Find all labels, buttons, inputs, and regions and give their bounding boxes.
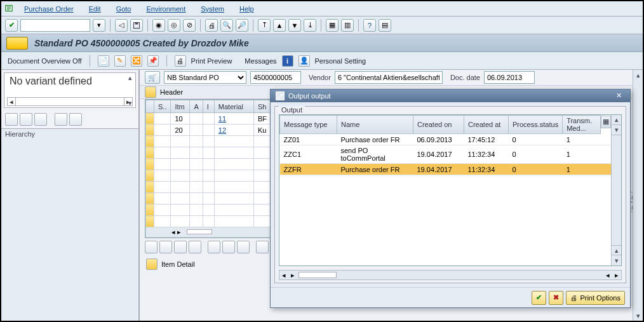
po-type-select[interactable]: NB Standard PO (164, 71, 246, 84)
enter-button[interactable]: ✔ (5, 19, 18, 32)
variant-sidebar-down[interactable]: ▾ (128, 99, 132, 107)
table-row[interactable]: 2012Ku (146, 124, 271, 136)
col-sh[interactable]: Sh (253, 100, 271, 113)
scroll-down-icon[interactable]: ▾ (633, 311, 643, 321)
table-row[interactable]: 1011BF (146, 113, 271, 124)
popup-cancel-button[interactable]: ✖ (549, 291, 563, 305)
header-expand-icon[interactable] (145, 86, 156, 98)
hold-icon[interactable]: 📌 (147, 55, 159, 67)
ov-ic-2[interactable] (20, 113, 32, 126)
output-row[interactable]: ZZ01Purchase order FR06.09.201317:45:120… (280, 134, 612, 145)
col-itm[interactable]: Itm (171, 100, 190, 113)
table-row-empty[interactable] (146, 159, 271, 170)
print-preview-button[interactable]: Print Preview (191, 57, 232, 65)
table-row-empty[interactable] (146, 216, 271, 227)
table-row-empty[interactable] (146, 193, 271, 205)
pcol-transm[interactable]: Transm. Med... (563, 116, 601, 134)
menu-goto[interactable]: Goto (116, 5, 131, 13)
print-preview-icon[interactable]: 🖨 (175, 55, 186, 67)
help-icon[interactable]: ? (363, 19, 376, 32)
print-icon[interactable]: 🖨 (205, 19, 218, 32)
prev-page-icon[interactable]: ▲ (273, 19, 286, 32)
ov-ic-5[interactable] (69, 113, 82, 126)
output-row[interactable]: ZZC1send PO toCommPortal19.04.201711:32:… (280, 145, 612, 164)
pcol-msgtype[interactable]: Message type (280, 116, 337, 134)
output-row[interactable]: ZZFRPurchase order FR19.04.201711:32:340… (280, 164, 612, 175)
pv-up-icon[interactable]: ▴ (612, 115, 621, 125)
it-ic-1[interactable] (145, 241, 158, 253)
it-ic-2[interactable] (159, 241, 172, 253)
cancel-icon[interactable]: ⊘ (183, 19, 196, 32)
next-page-icon[interactable]: ▼ (288, 19, 301, 32)
new-session-icon[interactable]: ▦ (326, 19, 339, 32)
it-ic-4[interactable] (189, 241, 201, 253)
last-page-icon[interactable]: ⤓ (304, 19, 316, 32)
col-i[interactable]: I (203, 100, 214, 113)
it-ic-3[interactable] (174, 241, 187, 253)
variant-scroll-left[interactable]: ◂ (7, 97, 16, 106)
col-s[interactable]: S.. (154, 100, 171, 113)
messages-button[interactable]: Messages (245, 57, 276, 65)
grid-config-icon[interactable]: ▦ (601, 116, 611, 128)
menu-system[interactable]: System (201, 5, 224, 13)
item-detail-expand-icon[interactable] (146, 258, 158, 270)
back-button[interactable]: ◁ (115, 19, 128, 32)
command-field[interactable] (20, 19, 90, 32)
menu-purchase-order[interactable]: Purchase Order (24, 5, 74, 13)
create-icon[interactable]: 📄 (98, 55, 109, 67)
rightpane-scrollbar[interactable]: ▴ ▾ (633, 70, 643, 321)
popup-print-options-button[interactable]: 🖨 Print Options (566, 291, 625, 305)
ph-right2-icon[interactable]: ▸ (612, 271, 621, 279)
table-row-empty[interactable] (146, 205, 271, 216)
ph-left-icon[interactable]: ◂ (279, 271, 288, 279)
scroll-up-icon[interactable]: ▴ (633, 70, 643, 80)
docdate-field[interactable] (484, 71, 535, 84)
po-number-field[interactable] (250, 71, 301, 84)
table-row-empty[interactable] (146, 182, 271, 193)
table-row-empty[interactable] (146, 170, 271, 182)
col-a[interactable]: A (190, 100, 203, 113)
vendor-field[interactable] (335, 71, 443, 84)
save-button[interactable] (130, 19, 143, 32)
pv-down-icon[interactable]: ▾ (612, 125, 621, 135)
col-material[interactable]: Material (214, 100, 253, 113)
pcol-procstat[interactable]: Process.status (509, 116, 563, 134)
info-icon[interactable]: i (282, 55, 293, 67)
menu-help[interactable]: Help (239, 5, 254, 13)
table-row-empty[interactable] (146, 147, 271, 159)
find-next-icon[interactable]: 🔎 (236, 19, 248, 32)
popup-titlebar[interactable]: ↗ Output output ✕ (271, 90, 630, 102)
shortcut-icon[interactable]: ▥ (341, 19, 354, 32)
layout-icon[interactable]: ▤ (379, 19, 391, 32)
find-icon[interactable]: 🔍 (220, 19, 233, 32)
popup-ok-button[interactable]: ✔ (532, 291, 546, 305)
cart-icon[interactable]: 🛒 (145, 71, 160, 84)
personal-setting-button[interactable]: Personal Setting (315, 57, 366, 65)
command-dropdown[interactable]: ▾ (93, 19, 105, 32)
pcol-name[interactable]: Name (337, 116, 413, 134)
change-icon[interactable]: ✎ (114, 55, 126, 67)
other-po-icon[interactable]: 🔀 (131, 55, 142, 67)
doc-overview-toggle[interactable]: Document Overview Off (8, 57, 82, 65)
it-ic-6[interactable] (222, 241, 235, 253)
it-ic-7[interactable] (237, 241, 250, 253)
first-page-icon[interactable]: ⤒ (258, 19, 271, 32)
it-ic-8[interactable] (256, 241, 269, 253)
popup-hscroll[interactable]: ◂ ▸ ◂ ▸ (279, 270, 622, 280)
menu-environment[interactable]: Environment (146, 5, 185, 13)
ov-ic-1[interactable] (5, 113, 18, 126)
personal-setting-icon[interactable]: 👤 (299, 55, 310, 67)
popup-close-icon[interactable]: ✕ (616, 91, 625, 100)
ov-ic-3[interactable] (34, 113, 47, 126)
variant-sidebar-up[interactable]: ▴ (128, 74, 132, 82)
popup-vscroll[interactable]: ▴ ▾ ▴ ▾ (611, 115, 621, 265)
pv-up2-icon[interactable]: ▴ (612, 245, 621, 255)
pcol-createdon[interactable]: Created on (413, 116, 464, 134)
it-ic-5[interactable] (208, 241, 220, 253)
exit-icon[interactable]: ◎ (168, 19, 180, 32)
ph-right-icon[interactable]: ▸ (288, 271, 297, 279)
pcol-createdat[interactable]: Created at (464, 116, 509, 134)
pv-down2-icon[interactable]: ▾ (612, 255, 621, 265)
table-row-empty[interactable] (146, 136, 271, 147)
back-icon[interactable]: ◉ (152, 19, 165, 32)
